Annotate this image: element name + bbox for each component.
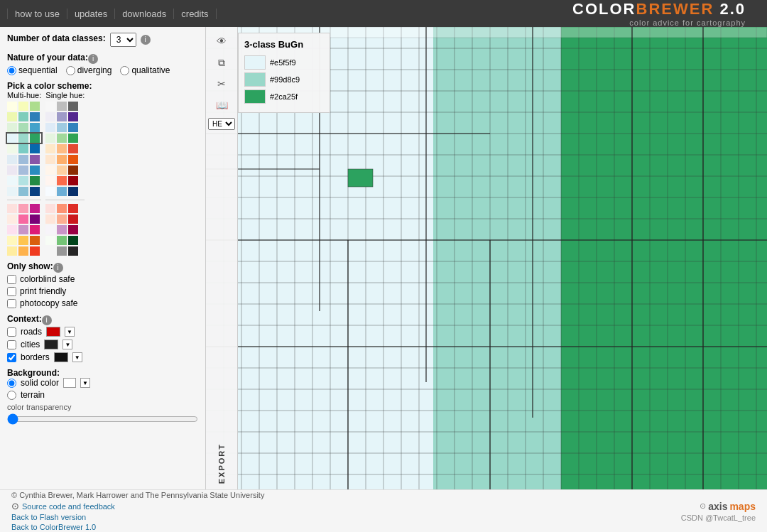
context-info-icon[interactable]: i: [42, 315, 52, 325]
swatch: [18, 165, 28, 175]
palette-row-pink1[interactable]: [7, 204, 41, 213]
radio-qualitative-input[interactable]: [120, 66, 129, 75]
sh-row-12[interactable]: [45, 225, 85, 234]
nav-how-to-use[interactable]: how to use: [7, 9, 67, 19]
radio-sequential-input[interactable]: [7, 66, 16, 75]
multi-hue-label: Multi-hue:: [7, 91, 41, 99]
nav-credits[interactable]: credits: [174, 9, 216, 19]
export-eye-icon[interactable]: 👁: [213, 33, 230, 50]
palette-row-7[interactable]: [7, 165, 41, 175]
swatch: [45, 176, 55, 185]
color-scheme-section: Pick a color scheme: Multi-hue:: [7, 81, 198, 256]
radio-diverging[interactable]: diverging: [66, 65, 112, 75]
cb-roads[interactable]: [7, 327, 16, 337]
borders-dropdown[interactable]: ▼: [72, 352, 82, 362]
swatch: [45, 165, 55, 175]
radio-sequential[interactable]: sequential: [7, 65, 58, 75]
sh-row-10[interactable]: [45, 204, 85, 213]
swatch: [57, 236, 67, 245]
nav-downloads[interactable]: downloads: [115, 9, 174, 19]
palette-row-bugn[interactable]: [7, 134, 41, 143]
swatch: [18, 215, 28, 224]
swatch: [68, 236, 78, 245]
borders-color-btn[interactable]: [54, 352, 68, 362]
swatch: [18, 134, 28, 143]
colorbrewer1-link[interactable]: Back to ColorBrewer 1.0: [11, 523, 264, 531]
class-swatch-2[interactable]: [244, 72, 266, 87]
swatch: [18, 204, 28, 213]
radio-qualitative[interactable]: qualitative: [120, 65, 170, 75]
sh-row-14[interactable]: [45, 246, 85, 256]
palette-row-pink3[interactable]: [7, 225, 41, 234]
swatch: [30, 176, 40, 185]
cb-cities[interactable]: [7, 340, 16, 349]
palette-row-yl1[interactable]: [7, 236, 41, 245]
sh-row-5[interactable]: [45, 144, 85, 153]
sh-row-7[interactable]: [45, 165, 85, 175]
sh-row-3[interactable]: [45, 123, 85, 132]
sh-row-9[interactable]: [45, 187, 85, 196]
export-scissors-icon[interactable]: ✂: [213, 75, 230, 92]
cb-colorblind-input[interactable]: [7, 275, 16, 284]
pick-scheme-label: Pick a color scheme:: [7, 81, 92, 91]
palette-row-8[interactable]: [7, 176, 41, 185]
sh-row-8[interactable]: [45, 176, 85, 185]
radio-solid[interactable]: [7, 379, 16, 388]
source-code-link[interactable]: Source code and feedback: [22, 502, 115, 511]
palette-row-yl2[interactable]: [7, 246, 41, 256]
nature-info-icon[interactable]: i: [88, 54, 98, 64]
palette-row-5[interactable]: [7, 144, 41, 153]
transparency-slider[interactable]: [7, 413, 198, 425]
roads-dropdown[interactable]: ▼: [65, 327, 75, 337]
swatch: [68, 144, 78, 153]
palette-row-9[interactable]: [7, 187, 41, 196]
export-panel: 👁 ⧉ ✂ 📖 HEXRGBCMYK EXPORT: [206, 27, 238, 489]
swatch: [7, 215, 17, 224]
class-swatch-3[interactable]: [244, 89, 266, 104]
radio-terrain[interactable]: [7, 391, 16, 400]
csdn-credit: CSDN @TwcatL_tree: [681, 514, 756, 522]
palette-row-2[interactable]: [7, 112, 41, 121]
nav-updates[interactable]: updates: [67, 9, 115, 19]
bg-color-dropdown[interactable]: ▼: [80, 378, 90, 388]
bg-color-swatch[interactable]: [63, 378, 76, 388]
swatch: [68, 246, 78, 256]
sh-row-11[interactable]: [45, 215, 85, 224]
cb-photocopy-input[interactable]: [7, 299, 16, 308]
palette-row-pink2[interactable]: [7, 215, 41, 224]
export-book-icon[interactable]: 📖: [213, 97, 230, 114]
flash-version-link[interactable]: Back to Flash version: [11, 513, 264, 521]
export-copy-icon[interactable]: ⧉: [213, 54, 230, 71]
cities-dropdown[interactable]: ▼: [62, 340, 72, 349]
county-mid-area: [433, 27, 561, 489]
num-classes-select[interactable]: 3456789: [110, 33, 136, 47]
only-show-info-icon[interactable]: i: [53, 263, 63, 273]
swatch: [45, 246, 55, 256]
map-area: 👁 ⧉ ✂ 📖 HEXRGBCMYK EXPORT 3-class BuGn #…: [206, 27, 767, 489]
cb-print-input[interactable]: [7, 287, 16, 296]
export-format-select[interactable]: HEXRGBCMYK: [208, 118, 235, 130]
nav-links: how to use updates downloads credits: [7, 9, 217, 19]
sh-row-2[interactable]: [45, 112, 85, 121]
borders-label: borders: [21, 352, 50, 362]
class-swatch-1[interactable]: [244, 55, 266, 70]
cities-color-btn[interactable]: [44, 340, 58, 349]
roads-color-btn[interactable]: [46, 327, 60, 337]
cb-borders[interactable]: [7, 353, 16, 362]
swatch: [57, 215, 67, 224]
axismaps-logo: ⊙ axismaps: [700, 501, 756, 512]
radio-diverging-input[interactable]: [66, 66, 75, 75]
swatch: [57, 134, 67, 143]
swatch: [7, 112, 17, 121]
sh-row-1[interactable]: [45, 102, 85, 111]
swatch: [57, 144, 67, 153]
palette-row-6[interactable]: [7, 155, 41, 164]
palette-row-3[interactable]: [7, 123, 41, 132]
num-classes-info-icon[interactable]: i: [141, 35, 151, 45]
swatch: [57, 165, 67, 175]
brand-orange: BREWER: [636, 0, 714, 18]
sh-row-4[interactable]: [45, 134, 85, 143]
palette-row-1[interactable]: [7, 102, 41, 111]
sh-row-6[interactable]: [45, 155, 85, 164]
sh-row-13[interactable]: [45, 236, 85, 245]
